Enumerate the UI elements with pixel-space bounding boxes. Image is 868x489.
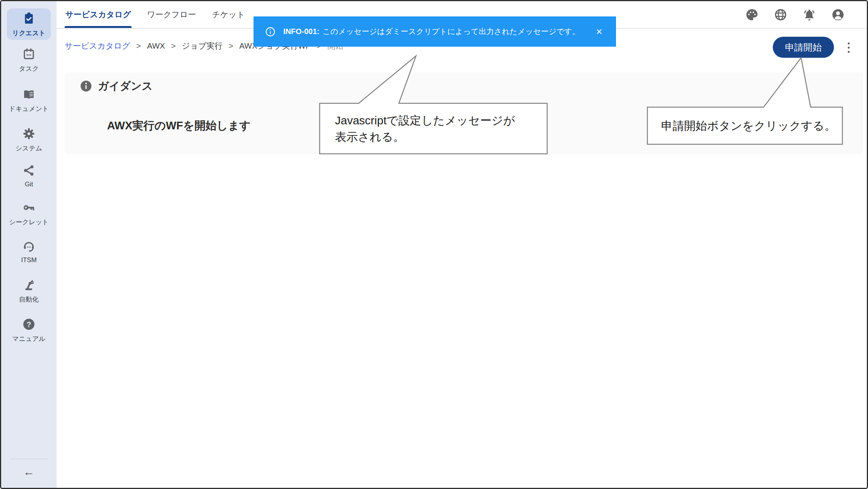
breadcrumb-separator: > bbox=[136, 41, 141, 50]
guidance-body: AWX実行のWFを開始します bbox=[107, 118, 251, 134]
sidebar-item-label: シークレット bbox=[9, 218, 49, 227]
sidebar-item-request[interactable]: リクエスト bbox=[1, 8, 57, 41]
sidebar-item-label: リクエスト bbox=[12, 29, 46, 37]
git-share-icon bbox=[22, 164, 36, 179]
sidebar-item-automation[interactable]: 自動化 bbox=[1, 275, 57, 307]
sidebar-collapse-button[interactable]: ← bbox=[1, 463, 57, 481]
close-icon[interactable]: × bbox=[594, 25, 605, 39]
sidebar-item-label: ドキュメント bbox=[9, 104, 49, 113]
clipboard-check-icon bbox=[22, 12, 36, 27]
help-icon: ? bbox=[22, 318, 36, 333]
banner-message: INFO-001:このメッセージはダミースクリプトによって出力されたメッセージで… bbox=[283, 26, 580, 37]
sidebar-item-label: タスク bbox=[19, 64, 39, 73]
app-window: リクエスト タスク ドキュメント システム Git bbox=[0, 0, 868, 489]
banner-text: このメッセージはダミースクリプトによって出力されたメッセージです。 bbox=[322, 27, 580, 36]
breadcrumb-item[interactable]: AWX bbox=[147, 41, 165, 50]
banner-code: INFO-001: bbox=[283, 27, 319, 36]
info-banner: INFO-001:このメッセージはダミースクリプトによって出力されたメッセージで… bbox=[254, 16, 616, 47]
guidance-header: ガイダンス bbox=[80, 79, 153, 93]
headset-icon bbox=[22, 240, 36, 254]
gear-icon bbox=[22, 127, 36, 142]
header-icon-group bbox=[745, 1, 867, 28]
guidance-panel: ガイダンス AWX実行のWFを開始します bbox=[65, 72, 863, 154]
sidebar-item-secret[interactable]: シークレット bbox=[1, 197, 57, 230]
empty-content-area bbox=[57, 154, 867, 488]
svg-text:?: ? bbox=[26, 320, 31, 328]
info-circle-icon bbox=[265, 26, 276, 37]
account-icon[interactable] bbox=[831, 8, 845, 21]
tab-ticket[interactable]: チケット bbox=[211, 1, 245, 28]
kebab-menu-icon[interactable] bbox=[845, 41, 852, 54]
sidebar-item-label: マニュアル bbox=[12, 334, 46, 343]
key-icon bbox=[22, 201, 36, 216]
sidebar-item-git[interactable]: Git bbox=[1, 160, 57, 192]
sidebar-item-label: 自動化 bbox=[19, 295, 39, 304]
sidebar-item-itsm[interactable]: ITSM bbox=[1, 236, 57, 268]
sidebar-item-label: ITSM bbox=[21, 256, 37, 264]
breadcrumb-link[interactable]: サービスカタログ bbox=[65, 41, 130, 50]
globe-icon[interactable] bbox=[774, 8, 787, 21]
sidebar-item-system[interactable]: システム bbox=[1, 124, 57, 156]
tab-workflow[interactable]: ワークフロー bbox=[146, 1, 197, 28]
sidebar-item-document[interactable]: ドキュメント bbox=[1, 84, 57, 116]
breadcrumb-separator: > bbox=[171, 41, 176, 50]
calendar-icon bbox=[22, 47, 36, 62]
bell-icon[interactable] bbox=[803, 8, 816, 21]
sidebar-item-label: システム bbox=[16, 144, 42, 153]
palette-icon[interactable] bbox=[745, 8, 759, 21]
sidebar-divider bbox=[10, 459, 48, 459]
sidebar: リクエスト タスク ドキュメント システム Git bbox=[1, 1, 57, 488]
breadcrumb-item[interactable]: ジョブ実行 bbox=[182, 41, 222, 50]
start-application-button[interactable]: 申請開始 bbox=[773, 37, 834, 58]
sidebar-item-label: Git bbox=[25, 181, 33, 188]
robot-arm-icon bbox=[22, 278, 36, 293]
tab-service-catalog[interactable]: サービスカタログ bbox=[65, 1, 132, 28]
guidance-title: ガイダンス bbox=[98, 79, 153, 93]
sidebar-item-task[interactable]: タスク bbox=[1, 44, 57, 76]
breadcrumb-separator: > bbox=[229, 41, 233, 50]
open-book-icon bbox=[22, 88, 36, 103]
sidebar-item-manual[interactable]: ? マニュアル bbox=[1, 314, 57, 346]
guidance-info-icon bbox=[80, 80, 93, 93]
tab-bar: サービスカタログ ワークフロー チケット bbox=[65, 1, 260, 28]
